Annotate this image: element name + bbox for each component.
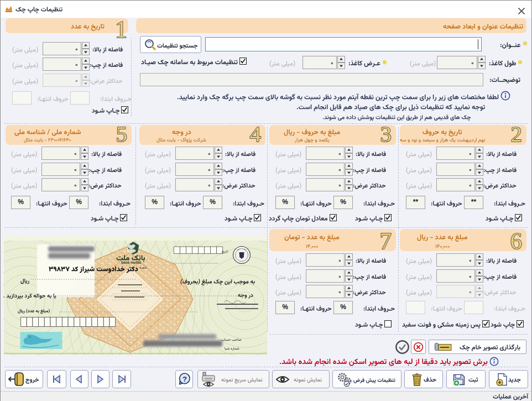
svg-text:6: 6 (510, 228, 523, 254)
svg-text:1: 1 (115, 16, 127, 43)
svg-text:?: ? (182, 375, 187, 383)
svg-text:2: 2 (511, 121, 523, 147)
svg-text:7: 7 (380, 228, 392, 254)
svg-text:5: 5 (116, 121, 128, 147)
svg-text:3: 3 (380, 121, 392, 147)
svg-text:4: 4 (250, 121, 262, 147)
